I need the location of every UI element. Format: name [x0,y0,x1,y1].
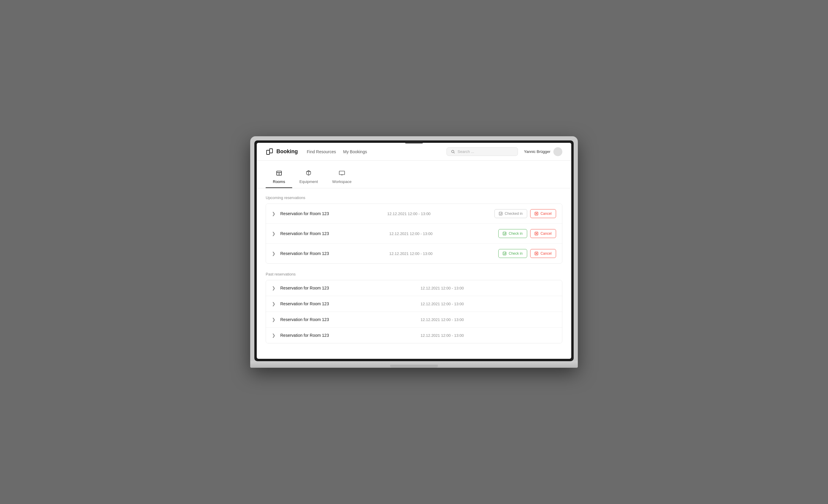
tab-equipment[interactable]: Equipment [292,167,325,188]
table-row: ❯ Reservation for Room 123 12.12.2021 12… [266,296,562,312]
upcoming-section-label: Upcoming reservations [266,195,562,200]
tab-rooms-label: Rooms [273,179,285,184]
cancel-button-3[interactable]: Cancel [530,249,556,258]
reservation-name: Reservation for Room 123 [280,251,384,256]
search-icon [451,150,455,154]
table-row: ❯ Reservation for Room 123 12.12.2021 12… [266,224,562,244]
row-actions: Check in Cancel [498,229,556,238]
chevron-icon[interactable]: ❯ [272,317,276,322]
svg-point-2 [452,150,454,153]
laptop-screen: Booking Find Resources My Bookings Searc… [254,140,574,361]
row-actions: Checked in Cancel [494,209,556,218]
laptop-base [250,361,578,368]
reservation-time: 12.12.2021 12:00 - 13:00 [420,286,556,290]
check-in-button[interactable]: Check in [498,229,527,238]
table-row: ❯ Reservation for Room 123 12.12.2021 12… [266,280,562,296]
workspace-icon [339,170,345,177]
svg-rect-0 [266,150,270,154]
svg-line-3 [454,152,455,153]
reservation-time: 12.12.2021 12:00 - 13:00 [389,231,494,236]
chevron-icon[interactable]: ❯ [272,231,276,236]
laptop-trackpad [390,365,438,368]
reservation-time: 12.12.2021 12:00 - 13:00 [420,333,556,338]
past-section-label: Past reservations [266,272,562,276]
cancel-button-1[interactable]: Cancel [530,209,556,218]
table-row: ❯ Reservation for Room 123 12.12.2021 12… [266,244,562,263]
reservation-time: 12.12.2021 12:00 - 13:00 [420,317,556,322]
brand-title: Booking [277,148,298,155]
laptop-frame: Booking Find Resources My Bookings Searc… [250,136,578,368]
check-in-label: Check in [509,251,523,256]
svg-rect-1 [270,149,273,153]
tab-rooms[interactable]: Rooms [266,167,292,188]
reservation-name: Reservation for Room 123 [280,211,382,216]
cancel-icon [535,251,539,256]
chevron-icon[interactable]: ❯ [272,302,276,306]
user-name: Yannic Brügger [524,149,550,154]
main-content: Upcoming reservations ❯ Reservation for … [257,188,571,359]
table-row: ❯ Reservation for Room 123 12.12.2021 12… [266,328,562,343]
rooms-icon [276,170,282,177]
tabs-area: Rooms Equipment [257,161,571,188]
checked-in-label: Checked in [505,212,523,216]
brand-icon [266,148,274,155]
checked-in-button[interactable]: Checked in [494,209,527,218]
check-in-button-3[interactable]: Check in [498,249,527,258]
table-row: ❯ Reservation for Room 123 12.12.2021 12… [266,204,562,224]
user-section: Yannic Brügger [524,147,562,156]
cancel-icon [535,231,539,236]
reservation-name: Reservation for Room 123 [280,317,416,322]
app-container: Booking Find Resources My Bookings Searc… [257,143,571,359]
reservation-name: Reservation for Room 123 [280,231,384,236]
reservation-time: 12.12.2021 12:00 - 13:00 [387,212,489,216]
tabs: Rooms Equipment [266,167,562,188]
cancel-label: Cancel [541,251,551,256]
reservation-name: Reservation for Room 123 [280,302,416,306]
search-input[interactable]: Search ... [457,149,513,154]
user-avatar [553,147,562,156]
chevron-icon[interactable]: ❯ [272,286,276,290]
check-in-icon [503,231,507,236]
cancel-label: Cancel [541,231,551,236]
check-in-label: Check in [509,231,523,236]
check-in-icon [503,251,507,256]
cancel-button-2[interactable]: Cancel [530,229,556,238]
my-bookings-link[interactable]: My Bookings [343,149,367,154]
row-actions: Check in Cancel [498,249,556,258]
reservation-time: 12.12.2021 12:00 - 13:00 [389,251,494,256]
chevron-icon[interactable]: ❯ [272,211,276,216]
reservation-name: Reservation for Room 123 [280,286,416,290]
svg-rect-14 [503,252,506,255]
svg-rect-12 [503,232,506,235]
nav-links: Find Resources My Bookings [307,149,447,154]
navbar: Booking Find Resources My Bookings Searc… [257,143,571,161]
svg-rect-7 [339,171,344,175]
cancel-icon [535,212,539,216]
chevron-icon[interactable]: ❯ [272,333,276,338]
tab-workspace[interactable]: Workspace [325,167,359,188]
tab-workspace-label: Workspace [332,179,351,184]
equipment-icon [305,170,312,177]
checked-in-icon [499,212,503,216]
tab-equipment-label: Equipment [299,179,318,184]
screen-content: Booking Find Resources My Bookings Searc… [257,143,571,359]
camera-notch [405,142,423,143]
reservation-name: Reservation for Room 123 [280,333,416,338]
past-reservations-list: ❯ Reservation for Room 123 12.12.2021 12… [266,280,562,343]
brand: Booking [266,148,298,155]
reservation-time: 12.12.2021 12:00 - 13:00 [420,302,556,306]
find-resources-link[interactable]: Find Resources [307,149,336,154]
svg-rect-10 [499,212,502,215]
cancel-label: Cancel [541,212,551,216]
search-bar[interactable]: Search ... [447,147,518,156]
table-row: ❯ Reservation for Room 123 12.12.2021 12… [266,312,562,328]
upcoming-reservations-list: ❯ Reservation for Room 123 12.12.2021 12… [266,203,562,264]
chevron-icon[interactable]: ❯ [272,251,276,256]
